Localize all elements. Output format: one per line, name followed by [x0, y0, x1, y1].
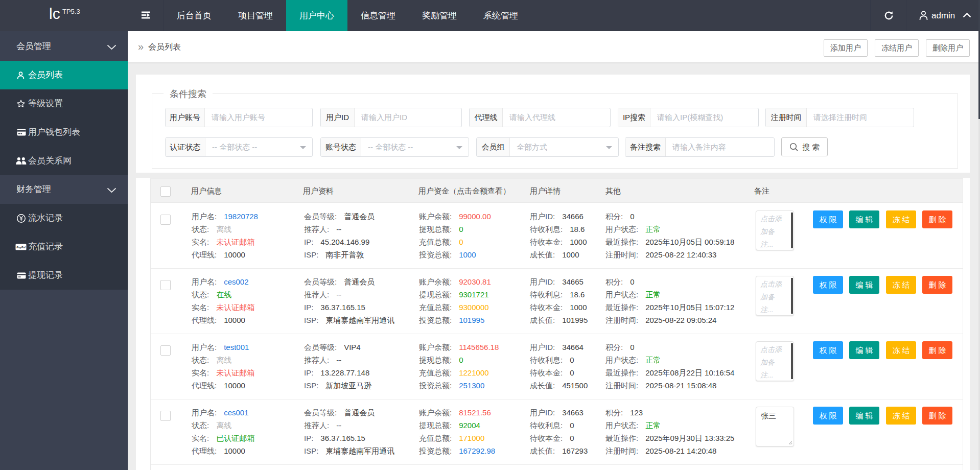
svg-text:PayPal: PayPal — [16, 246, 26, 249]
